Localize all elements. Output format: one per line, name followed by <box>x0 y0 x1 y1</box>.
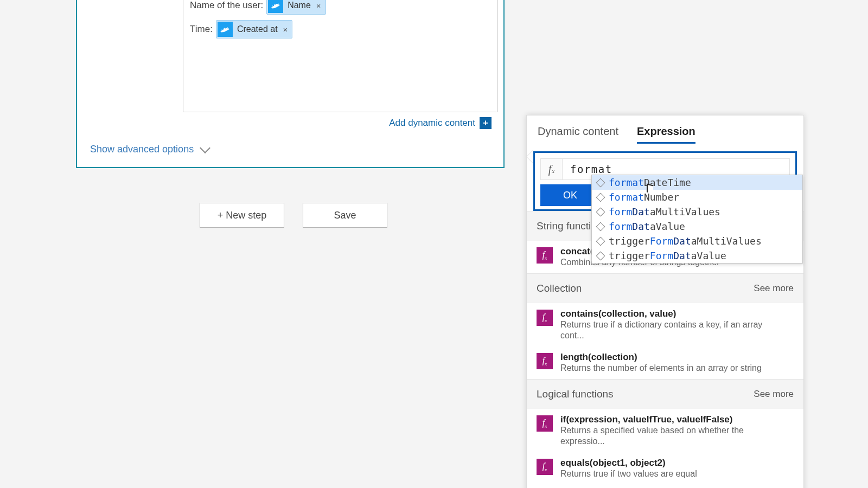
remove-token-icon[interactable]: × <box>283 25 288 34</box>
fx-badge-icon: fx <box>537 415 553 432</box>
cube-icon <box>596 207 605 216</box>
tab-expression[interactable]: Expression <box>637 125 695 144</box>
section-title: Collection <box>537 282 582 294</box>
remove-token-icon[interactable]: × <box>316 1 321 10</box>
section-header: CollectionSee more <box>527 274 803 303</box>
add-dynamic-content-link[interactable]: Add dynamic content + <box>389 117 492 129</box>
expression-popup: Dynamic content Expression fx OK String … <box>526 115 804 488</box>
cube-icon <box>596 251 605 260</box>
plus-icon: + <box>480 117 492 129</box>
autocomplete-item[interactable]: formDataMultiValues <box>592 204 802 219</box>
fx-badge-icon: fx <box>537 459 553 475</box>
function-description: Returns true if two values are equal <box>560 468 697 479</box>
fx-badge-icon: fx <box>537 247 553 264</box>
body-textarea[interactable]: Name of the user: Name × Time: Created a… <box>183 0 497 112</box>
fx-badge-icon: fx <box>537 310 553 326</box>
twitter-icon <box>218 22 233 37</box>
autocomplete-item[interactable]: formDataValue <box>592 219 802 234</box>
token-name[interactable]: Name × <box>266 0 326 15</box>
show-advanced-options-link[interactable]: Show advanced options <box>90 144 209 155</box>
function-signature: length(collection) <box>560 352 762 363</box>
autocomplete-item[interactable]: triggerFormDataValue <box>592 248 802 263</box>
field-label: Name of the user: <box>190 0 263 11</box>
function-item[interactable]: fxlength(collection)Returns the number o… <box>527 346 803 379</box>
see-more-link[interactable]: See more <box>754 389 794 400</box>
function-signature: contains(collection, value) <box>560 309 788 319</box>
cube-icon <box>596 178 605 187</box>
fx-badge-icon: fx <box>537 353 553 369</box>
section-header: Logical functionsSee more <box>527 380 803 409</box>
see-more-link[interactable]: See more <box>754 283 794 294</box>
autocomplete-item[interactable]: formatNumber <box>592 190 802 204</box>
field-label: Time: <box>190 24 213 35</box>
token-label: Created at <box>237 24 278 34</box>
token-label: Name <box>288 1 311 10</box>
autocomplete-item[interactable]: formatDateTime <box>592 175 802 190</box>
function-section: CollectionSee morefxcontains(collection,… <box>527 273 803 379</box>
autocomplete-dropdown: formatDateTimeformatNumberformDataMultiV… <box>591 175 803 264</box>
function-section: Logical functionsSee morefxif(expression… <box>527 379 803 488</box>
function-item[interactable]: fxif(expression, valueIfTrue, valueIfFal… <box>527 409 803 452</box>
autocomplete-item[interactable]: triggerFormDataMultiValues <box>592 234 802 248</box>
tab-dynamic-content[interactable]: Dynamic content <box>538 125 618 144</box>
twitter-icon <box>268 0 283 13</box>
save-button[interactable]: Save <box>303 203 387 228</box>
cube-icon <box>596 236 605 246</box>
cube-icon <box>596 222 605 231</box>
new-step-button[interactable]: + New step <box>200 203 284 228</box>
function-item[interactable]: fxand(expression1, expression2)Returns t… <box>527 485 803 488</box>
cube-icon <box>596 192 605 202</box>
function-description: Returns true if a dictionary contains a … <box>560 319 788 341</box>
function-item[interactable]: fxcontains(collection, value)Returns tru… <box>527 303 803 346</box>
function-item[interactable]: fxequals(object1, object2)Returns true i… <box>527 452 803 485</box>
function-description: Returns a specified value based on wheth… <box>560 425 788 447</box>
action-card: Name of the user: Name × Time: Created a… <box>76 0 505 168</box>
function-description: Returns the number of elements in an arr… <box>560 363 762 374</box>
section-title: Logical functions <box>537 388 614 400</box>
chevron-down-icon <box>200 143 210 153</box>
field-row-time: Time: Created at × <box>190 20 490 38</box>
function-signature: equals(object1, object2) <box>560 458 697 468</box>
token-created-at[interactable]: Created at × <box>216 20 292 38</box>
function-signature: if(expression, valueIfTrue, valueIfFalse… <box>560 414 788 425</box>
button-row: + New step Save <box>200 203 387 228</box>
popup-tabs: Dynamic content Expression <box>527 115 803 149</box>
fx-icon: fx <box>541 159 563 179</box>
field-row-user: Name of the user: Name × <box>190 0 490 15</box>
